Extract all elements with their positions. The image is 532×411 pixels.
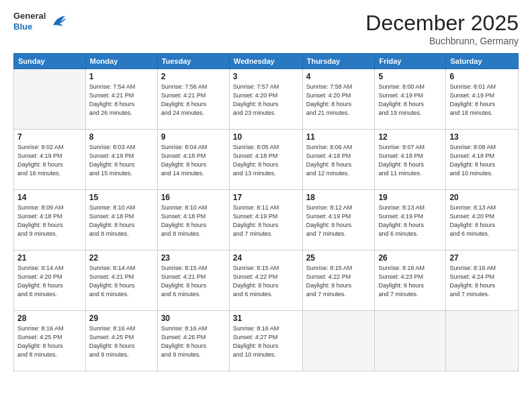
- location: Buchbrunn, Germany: [365, 36, 519, 46]
- day-number: 30: [161, 314, 226, 323]
- calendar-cell: 11Sunrise: 8:06 AM Sunset: 4:18 PM Dayli…: [302, 130, 375, 190]
- day-number: 29: [89, 314, 154, 323]
- day-number: 12: [378, 132, 442, 142]
- day-number: 9: [161, 132, 226, 142]
- calendar-cell: 15Sunrise: 8:10 AM Sunset: 4:18 PM Dayli…: [85, 190, 157, 250]
- calendar-cell: 2Sunrise: 7:56 AM Sunset: 4:21 PM Daylig…: [157, 69, 229, 130]
- day-info: Sunrise: 8:04 AM Sunset: 4:18 PM Dayligh…: [161, 143, 226, 178]
- title-block: December 2025 Buchbrunn, Germany: [365, 11, 519, 46]
- calendar-cell: [375, 311, 446, 371]
- day-info: Sunrise: 8:13 AM Sunset: 4:19 PM Dayligh…: [378, 203, 442, 238]
- calendar-cell: 28Sunrise: 8:16 AM Sunset: 4:25 PM Dayli…: [14, 311, 86, 371]
- logo-bird-icon: [48, 12, 67, 31]
- calendar-cell: 22Sunrise: 8:14 AM Sunset: 4:21 PM Dayli…: [85, 250, 157, 311]
- day-info: Sunrise: 8:14 AM Sunset: 4:21 PM Dayligh…: [89, 264, 154, 299]
- day-info: Sunrise: 8:16 AM Sunset: 4:23 PM Dayligh…: [378, 264, 442, 299]
- calendar-cell: 1Sunrise: 7:54 AM Sunset: 4:21 PM Daylig…: [85, 69, 157, 130]
- day-number: 26: [378, 253, 442, 263]
- day-info: Sunrise: 7:56 AM Sunset: 4:21 PM Dayligh…: [161, 83, 226, 118]
- day-info: Sunrise: 8:14 AM Sunset: 4:20 PM Dayligh…: [17, 264, 82, 299]
- day-number: 2: [161, 72, 226, 81]
- calendar-cell: 18Sunrise: 8:12 AM Sunset: 4:19 PM Dayli…: [302, 190, 375, 250]
- calendar-cell: 17Sunrise: 8:11 AM Sunset: 4:19 PM Dayli…: [229, 190, 302, 250]
- week-row-2: 14Sunrise: 8:09 AM Sunset: 4:18 PM Dayli…: [14, 190, 519, 250]
- day-info: Sunrise: 8:16 AM Sunset: 4:26 PM Dayligh…: [161, 324, 226, 359]
- calendar-cell: 21Sunrise: 8:14 AM Sunset: 4:20 PM Dayli…: [14, 250, 86, 311]
- calendar-cell: 30Sunrise: 8:16 AM Sunset: 4:26 PM Dayli…: [157, 311, 229, 371]
- weekday-header-thursday: Thursday: [302, 54, 375, 69]
- day-number: 6: [449, 72, 515, 81]
- day-info: Sunrise: 8:12 AM Sunset: 4:19 PM Dayligh…: [306, 203, 371, 238]
- calendar-cell: 26Sunrise: 8:16 AM Sunset: 4:23 PM Dayli…: [375, 250, 446, 311]
- day-info: Sunrise: 8:15 AM Sunset: 4:22 PM Dayligh…: [306, 264, 371, 299]
- calendar-cell: [446, 311, 519, 371]
- day-number: 17: [233, 193, 299, 202]
- weekday-header-saturday: Saturday: [446, 54, 519, 69]
- day-number: 18: [306, 193, 371, 202]
- day-info: Sunrise: 8:16 AM Sunset: 4:24 PM Dayligh…: [449, 264, 515, 299]
- calendar-cell: 31Sunrise: 8:16 AM Sunset: 4:27 PM Dayli…: [229, 311, 302, 371]
- day-number: 5: [378, 72, 442, 81]
- logo-general: General: [13, 11, 46, 21]
- weekday-header-friday: Friday: [375, 54, 446, 69]
- calendar: SundayMondayTuesdayWednesdayThursdayFrid…: [13, 53, 519, 371]
- day-info: Sunrise: 8:02 AM Sunset: 4:19 PM Dayligh…: [17, 143, 82, 178]
- weekday-header-sunday: Sunday: [14, 54, 86, 69]
- day-info: Sunrise: 8:16 AM Sunset: 4:27 PM Dayligh…: [233, 324, 299, 359]
- day-number: 3: [233, 72, 299, 81]
- calendar-cell: 12Sunrise: 8:07 AM Sunset: 4:18 PM Dayli…: [375, 130, 446, 190]
- calendar-cell: 24Sunrise: 8:15 AM Sunset: 4:22 PM Dayli…: [229, 250, 302, 311]
- calendar-cell: 8Sunrise: 8:03 AM Sunset: 4:19 PM Daylig…: [85, 130, 157, 190]
- calendar-cell: 4Sunrise: 7:58 AM Sunset: 4:20 PM Daylig…: [302, 69, 375, 130]
- day-info: Sunrise: 8:08 AM Sunset: 4:18 PM Dayligh…: [449, 143, 515, 178]
- day-number: 25: [306, 253, 371, 263]
- day-number: 27: [449, 253, 515, 263]
- day-info: Sunrise: 8:03 AM Sunset: 4:19 PM Dayligh…: [89, 143, 154, 178]
- day-info: Sunrise: 7:58 AM Sunset: 4:20 PM Dayligh…: [306, 83, 371, 118]
- calendar-cell: 29Sunrise: 8:16 AM Sunset: 4:25 PM Dayli…: [85, 311, 157, 371]
- week-row-0: 1Sunrise: 7:54 AM Sunset: 4:21 PM Daylig…: [14, 69, 519, 130]
- day-info: Sunrise: 8:10 AM Sunset: 4:18 PM Dayligh…: [89, 203, 154, 238]
- calendar-cell: 3Sunrise: 7:57 AM Sunset: 4:20 PM Daylig…: [229, 69, 302, 130]
- calendar-cell: 7Sunrise: 8:02 AM Sunset: 4:19 PM Daylig…: [14, 130, 86, 190]
- week-row-3: 21Sunrise: 8:14 AM Sunset: 4:20 PM Dayli…: [14, 250, 519, 311]
- week-row-1: 7Sunrise: 8:02 AM Sunset: 4:19 PM Daylig…: [14, 130, 519, 190]
- day-info: Sunrise: 8:01 AM Sunset: 4:19 PM Dayligh…: [449, 83, 515, 118]
- day-info: Sunrise: 8:15 AM Sunset: 4:21 PM Dayligh…: [161, 264, 226, 299]
- calendar-cell: 23Sunrise: 8:15 AM Sunset: 4:21 PM Dayli…: [157, 250, 229, 311]
- calendar-cell: 16Sunrise: 8:10 AM Sunset: 4:18 PM Dayli…: [157, 190, 229, 250]
- day-number: 4: [306, 72, 371, 81]
- day-number: 11: [306, 132, 371, 142]
- calendar-cell: [14, 69, 86, 130]
- calendar-cell: 9Sunrise: 8:04 AM Sunset: 4:18 PM Daylig…: [157, 130, 229, 190]
- day-number: 23: [161, 253, 226, 263]
- weekday-header-monday: Monday: [85, 54, 157, 69]
- logo-text: General Blue: [13, 11, 46, 32]
- day-info: Sunrise: 8:13 AM Sunset: 4:20 PM Dayligh…: [449, 203, 515, 238]
- day-info: Sunrise: 8:05 AM Sunset: 4:18 PM Dayligh…: [233, 143, 299, 178]
- day-number: 31: [233, 314, 299, 323]
- month-title: December 2025: [365, 11, 519, 36]
- day-number: 16: [161, 193, 226, 202]
- calendar-cell: 5Sunrise: 8:00 AM Sunset: 4:19 PM Daylig…: [375, 69, 446, 130]
- calendar-cell: 13Sunrise: 8:08 AM Sunset: 4:18 PM Dayli…: [446, 130, 519, 190]
- day-number: 24: [233, 253, 299, 263]
- day-number: 10: [233, 132, 299, 142]
- day-number: 22: [89, 253, 154, 263]
- calendar-cell: 20Sunrise: 8:13 AM Sunset: 4:20 PM Dayli…: [446, 190, 519, 250]
- calendar-cell: 27Sunrise: 8:16 AM Sunset: 4:24 PM Dayli…: [446, 250, 519, 311]
- day-number: 20: [449, 193, 515, 202]
- day-info: Sunrise: 8:15 AM Sunset: 4:22 PM Dayligh…: [233, 264, 299, 299]
- weekday-header-wednesday: Wednesday: [229, 54, 302, 69]
- calendar-cell: 10Sunrise: 8:05 AM Sunset: 4:18 PM Dayli…: [229, 130, 302, 190]
- week-row-4: 28Sunrise: 8:16 AM Sunset: 4:25 PM Dayli…: [14, 311, 519, 371]
- calendar-cell: 19Sunrise: 8:13 AM Sunset: 4:19 PM Dayli…: [375, 190, 446, 250]
- day-number: 19: [378, 193, 442, 202]
- day-info: Sunrise: 7:57 AM Sunset: 4:20 PM Dayligh…: [233, 83, 299, 118]
- day-number: 15: [89, 193, 154, 202]
- weekday-row: SundayMondayTuesdayWednesdayThursdayFrid…: [14, 54, 519, 69]
- calendar-cell: 6Sunrise: 8:01 AM Sunset: 4:19 PM Daylig…: [446, 69, 519, 130]
- logo: General Blue: [13, 11, 67, 32]
- day-number: 21: [17, 253, 82, 263]
- day-info: Sunrise: 8:06 AM Sunset: 4:18 PM Dayligh…: [306, 143, 371, 178]
